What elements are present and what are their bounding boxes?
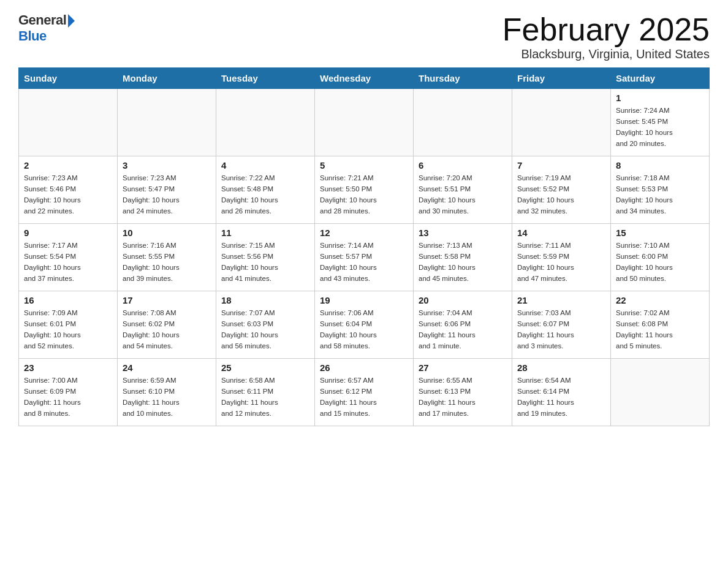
calendar-cell: 13Sunrise: 7:13 AMSunset: 5:58 PMDayligh…: [414, 224, 512, 291]
calendar-cell: 16Sunrise: 7:09 AMSunset: 6:01 PMDayligh…: [19, 291, 118, 359]
calendar-table: SundayMondayTuesdayWednesdayThursdayFrid…: [18, 67, 710, 426]
day-number: 9: [24, 228, 112, 238]
day-info: Sunrise: 7:19 AMSunset: 5:52 PMDaylight:…: [517, 173, 605, 216]
weekday-header-sunday: Sunday: [19, 68, 118, 89]
calendar-cell: [19, 89, 118, 156]
day-info: Sunrise: 7:13 AMSunset: 5:58 PMDaylight:…: [419, 240, 507, 284]
day-number: 23: [24, 362, 112, 373]
weekday-header-monday: Monday: [118, 68, 216, 89]
day-info: Sunrise: 7:20 AMSunset: 5:51 PMDaylight:…: [419, 173, 507, 216]
calendar-cell: 28Sunrise: 6:54 AMSunset: 6:14 PMDayligh…: [512, 359, 611, 426]
day-number: 26: [320, 362, 408, 373]
logo-arrow-icon: [68, 14, 75, 28]
calendar-cell: 10Sunrise: 7:16 AMSunset: 5:55 PMDayligh…: [118, 224, 216, 291]
day-number: 10: [123, 228, 211, 238]
day-number: 13: [419, 228, 507, 238]
day-info: Sunrise: 7:06 AMSunset: 6:04 PMDaylight:…: [320, 308, 408, 351]
calendar-cell: 22Sunrise: 7:02 AMSunset: 6:08 PMDayligh…: [611, 291, 710, 359]
calendar-cell: 5Sunrise: 7:21 AMSunset: 5:50 PMDaylight…: [315, 156, 414, 224]
calendar-cell: 23Sunrise: 7:00 AMSunset: 6:09 PMDayligh…: [19, 359, 118, 426]
month-title: February 2025: [502, 12, 710, 47]
day-info: Sunrise: 7:10 AMSunset: 6:00 PMDaylight:…: [616, 240, 704, 284]
day-number: 6: [419, 160, 507, 170]
calendar-cell: 6Sunrise: 7:20 AMSunset: 5:51 PMDaylight…: [414, 156, 512, 224]
week-row-4: 16Sunrise: 7:09 AMSunset: 6:01 PMDayligh…: [19, 291, 710, 359]
day-info: Sunrise: 6:58 AMSunset: 6:11 PMDaylight:…: [221, 375, 309, 419]
weekday-header-friday: Friday: [512, 68, 611, 89]
day-info: Sunrise: 6:59 AMSunset: 6:10 PMDaylight:…: [123, 375, 211, 419]
calendar-cell: 11Sunrise: 7:15 AMSunset: 5:56 PMDayligh…: [216, 224, 315, 291]
logo-blue-text: Blue: [18, 28, 47, 44]
day-number: 18: [221, 295, 309, 305]
day-number: 16: [24, 295, 112, 305]
day-info: Sunrise: 7:23 AMSunset: 5:46 PMDaylight:…: [24, 173, 112, 216]
day-number: 17: [123, 295, 211, 305]
day-info: Sunrise: 6:54 AMSunset: 6:14 PMDaylight:…: [517, 375, 605, 419]
calendar-cell: [118, 89, 216, 156]
day-number: 12: [320, 228, 408, 238]
day-info: Sunrise: 7:03 AMSunset: 6:07 PMDaylight:…: [517, 308, 605, 351]
title-block: February 2025 Blacksburg, Virginia, Unit…: [502, 12, 710, 61]
calendar-cell: 24Sunrise: 6:59 AMSunset: 6:10 PMDayligh…: [118, 359, 216, 426]
day-info: Sunrise: 7:22 AMSunset: 5:48 PMDaylight:…: [221, 173, 309, 216]
calendar-cell: 2Sunrise: 7:23 AMSunset: 5:46 PMDaylight…: [19, 156, 118, 224]
weekday-header-saturday: Saturday: [611, 68, 710, 89]
location-title: Blacksburg, Virginia, United States: [502, 47, 710, 61]
week-row-2: 2Sunrise: 7:23 AMSunset: 5:46 PMDaylight…: [19, 156, 710, 224]
day-number: 3: [123, 160, 211, 170]
day-info: Sunrise: 7:08 AMSunset: 6:02 PMDaylight:…: [123, 308, 211, 351]
day-number: 2: [24, 160, 112, 170]
day-number: 4: [221, 160, 309, 170]
page-header: General Blue February 2025 Blacksburg, V…: [18, 12, 710, 61]
weekday-header-thursday: Thursday: [414, 68, 512, 89]
day-number: 25: [221, 362, 309, 373]
calendar-cell: 14Sunrise: 7:11 AMSunset: 5:59 PMDayligh…: [512, 224, 611, 291]
calendar-cell: [414, 89, 512, 156]
day-number: 21: [517, 295, 605, 305]
calendar-cell: 9Sunrise: 7:17 AMSunset: 5:54 PMDaylight…: [19, 224, 118, 291]
day-info: Sunrise: 7:02 AMSunset: 6:08 PMDaylight:…: [616, 308, 704, 351]
calendar-cell: [216, 89, 315, 156]
calendar-cell: 25Sunrise: 6:58 AMSunset: 6:11 PMDayligh…: [216, 359, 315, 426]
day-info: Sunrise: 7:16 AMSunset: 5:55 PMDaylight:…: [123, 240, 211, 284]
calendar-cell: 27Sunrise: 6:55 AMSunset: 6:13 PMDayligh…: [414, 359, 512, 426]
day-info: Sunrise: 7:04 AMSunset: 6:06 PMDaylight:…: [419, 308, 507, 351]
day-info: Sunrise: 7:18 AMSunset: 5:53 PMDaylight:…: [616, 173, 704, 216]
calendar-cell: [512, 89, 611, 156]
weekday-header-tuesday: Tuesday: [216, 68, 315, 89]
day-info: Sunrise: 7:23 AMSunset: 5:47 PMDaylight:…: [123, 173, 211, 216]
calendar-cell: 20Sunrise: 7:04 AMSunset: 6:06 PMDayligh…: [414, 291, 512, 359]
calendar-cell: 3Sunrise: 7:23 AMSunset: 5:47 PMDaylight…: [118, 156, 216, 224]
day-info: Sunrise: 6:57 AMSunset: 6:12 PMDaylight:…: [320, 375, 408, 419]
logo: General Blue: [18, 12, 75, 44]
logo-general-text: General: [18, 12, 66, 28]
calendar-cell: [611, 359, 710, 426]
day-number: 14: [517, 228, 605, 238]
week-row-3: 9Sunrise: 7:17 AMSunset: 5:54 PMDaylight…: [19, 224, 710, 291]
week-row-1: 1Sunrise: 7:24 AMSunset: 5:45 PMDaylight…: [19, 89, 710, 156]
day-number: 8: [616, 160, 704, 170]
day-number: 24: [123, 362, 211, 373]
calendar-cell: 17Sunrise: 7:08 AMSunset: 6:02 PMDayligh…: [118, 291, 216, 359]
calendar-cell: 21Sunrise: 7:03 AMSunset: 6:07 PMDayligh…: [512, 291, 611, 359]
calendar-cell: 7Sunrise: 7:19 AMSunset: 5:52 PMDaylight…: [512, 156, 611, 224]
calendar-cell: 18Sunrise: 7:07 AMSunset: 6:03 PMDayligh…: [216, 291, 315, 359]
day-info: Sunrise: 7:21 AMSunset: 5:50 PMDaylight:…: [320, 173, 408, 216]
day-info: Sunrise: 7:00 AMSunset: 6:09 PMDaylight:…: [24, 375, 112, 419]
weekday-header-row: SundayMondayTuesdayWednesdayThursdayFrid…: [19, 68, 710, 89]
day-info: Sunrise: 7:14 AMSunset: 5:57 PMDaylight:…: [320, 240, 408, 284]
calendar-cell: 26Sunrise: 6:57 AMSunset: 6:12 PMDayligh…: [315, 359, 414, 426]
calendar-cell: 19Sunrise: 7:06 AMSunset: 6:04 PMDayligh…: [315, 291, 414, 359]
day-number: 27: [419, 362, 507, 373]
calendar-cell: 12Sunrise: 7:14 AMSunset: 5:57 PMDayligh…: [315, 224, 414, 291]
calendar-cell: 1Sunrise: 7:24 AMSunset: 5:45 PMDaylight…: [611, 89, 710, 156]
calendar-cell: [315, 89, 414, 156]
day-number: 11: [221, 228, 309, 238]
day-number: 19: [320, 295, 408, 305]
day-number: 20: [419, 295, 507, 305]
day-info: Sunrise: 7:24 AMSunset: 5:45 PMDaylight:…: [616, 105, 704, 149]
calendar-cell: 15Sunrise: 7:10 AMSunset: 6:00 PMDayligh…: [611, 224, 710, 291]
day-info: Sunrise: 7:09 AMSunset: 6:01 PMDaylight:…: [24, 308, 112, 351]
calendar-cell: 4Sunrise: 7:22 AMSunset: 5:48 PMDaylight…: [216, 156, 315, 224]
day-number: 1: [616, 93, 704, 103]
